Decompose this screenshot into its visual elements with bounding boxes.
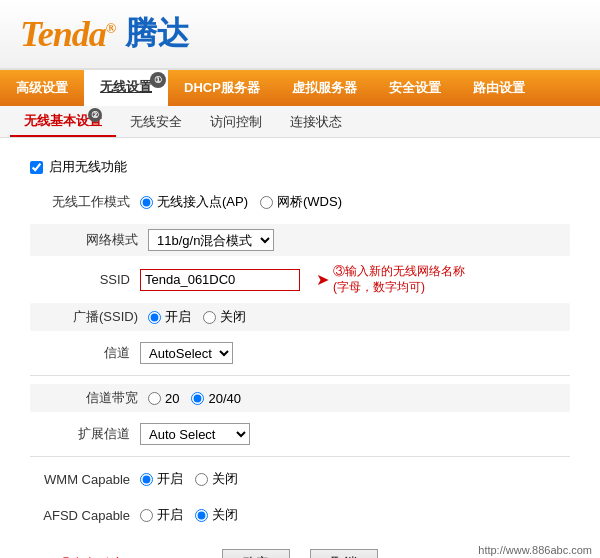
channel-bw-label: 信道带宽 (38, 389, 148, 407)
wmm-off-label[interactable]: 关闭 (195, 470, 238, 488)
content-area: 启用无线功能 无线工作模式 无线接入点(AP) 网桥(WDS) 网络模式 1 (0, 138, 600, 558)
network-mode-label: 网络模式 (38, 231, 148, 249)
ap-radio-label[interactable]: 无线接入点(AP) (140, 193, 248, 211)
header: Tenda® 腾达 (0, 0, 600, 70)
work-mode-row: 无线工作模式 无线接入点(AP) 网桥(WDS) (30, 188, 570, 216)
ext-channel-row: 扩展信道 Auto Select (30, 420, 570, 448)
afsd-label: AFSD Capable (30, 508, 140, 523)
nav-marker-1: ① (150, 72, 166, 88)
wds-radio[interactable] (260, 196, 273, 209)
nav-bar: 高级设置 无线设置 ① DHCP服务器 虚拟服务器 安全设置 路由设置 (0, 70, 600, 106)
channel-controls: AutoSelect (140, 342, 233, 364)
footer-url: http://www.886abc.com (478, 544, 592, 556)
logo-chinese: 腾达 (125, 12, 189, 56)
ext-channel-controls: Auto Select (140, 423, 250, 445)
nav-item-wireless[interactable]: 无线设置 ① (84, 70, 168, 106)
bw2040-radio[interactable] (191, 392, 204, 405)
enable-wireless-label[interactable]: 启用无线功能 (49, 158, 127, 176)
ext-channel-select[interactable]: Auto Select (140, 423, 250, 445)
wds-radio-label[interactable]: 网桥(WDS) (260, 193, 342, 211)
ssid-row: SSID ➤ ③输入新的无线网络名称(字母，数字均可) (30, 264, 570, 295)
channel-label: 信道 (30, 344, 140, 362)
ssid-input[interactable] (140, 269, 300, 291)
network-mode-controls: 11b/g/n混合模式 (148, 229, 274, 251)
wmm-off-radio[interactable] (195, 473, 208, 486)
afsd-on-label[interactable]: 开启 (140, 506, 183, 524)
broadcast-controls: 开启 关闭 (148, 308, 246, 326)
nav-item-security[interactable]: 安全设置 (373, 70, 457, 106)
ext-channel-label: 扩展信道 (30, 425, 140, 443)
wmm-controls: 开启 关闭 (140, 470, 238, 488)
ssid-controls: ➤ ③输入新的无线网络名称(字母，数字均可) (140, 264, 465, 295)
separator-2 (30, 456, 570, 457)
work-mode-controls: 无线接入点(AP) 网桥(WDS) (140, 193, 342, 211)
channel-bw-row: 信道带宽 20 20/40 (30, 384, 570, 412)
channel-row: 信道 AutoSelect (30, 339, 570, 367)
wmm-on-label[interactable]: 开启 (140, 470, 183, 488)
bw20-radio[interactable] (148, 392, 161, 405)
nav-item-virtual[interactable]: 虚拟服务器 (276, 70, 373, 106)
afsd-on-radio[interactable] (140, 509, 153, 522)
form-section: 启用无线功能 无线工作模式 无线接入点(AP) 网桥(WDS) 网络模式 1 (30, 158, 570, 558)
broadcast-on-label[interactable]: 开启 (148, 308, 191, 326)
enable-row: 启用无线功能 (30, 158, 570, 176)
confirm-button[interactable]: 确定 (222, 549, 290, 558)
broadcast-off-label[interactable]: 关闭 (203, 308, 246, 326)
broadcast-label: 广播(SSID) (38, 308, 148, 326)
bw2040-label[interactable]: 20/40 (191, 391, 241, 406)
wmm-on-radio[interactable] (140, 473, 153, 486)
broadcast-row: 广播(SSID) 开启 关闭 (30, 303, 570, 331)
ssid-label: SSID (30, 272, 140, 287)
ssid-annotation: ➤ ③输入新的无线网络名称(字母，数字均可) (316, 264, 465, 295)
subnav-basic[interactable]: 无线基本设置 ② (10, 106, 116, 137)
subnav-access[interactable]: 访问控制 (196, 106, 276, 137)
ssid-arrow: ➤ (316, 270, 329, 289)
logo-tenda: Tenda® (20, 13, 115, 55)
ssid-annotation-text: ③输入新的无线网络名称(字母，数字均可) (333, 264, 465, 295)
channel-bw-controls: 20 20/40 (148, 391, 241, 406)
channel-select[interactable]: AutoSelect (140, 342, 233, 364)
nav-item-route[interactable]: 路由设置 (457, 70, 541, 106)
broadcast-on-radio[interactable] (148, 311, 161, 324)
nav-item-advanced[interactable]: 高级设置 (0, 70, 84, 106)
bw20-label[interactable]: 20 (148, 391, 179, 406)
subnav-security[interactable]: 无线安全 (116, 106, 196, 137)
sub-nav: 无线基本设置 ② 无线安全 访问控制 连接状态 (0, 106, 600, 138)
network-mode-row: 网络模式 11b/g/n混合模式 (30, 224, 570, 256)
trademark: ® (106, 21, 115, 36)
bottom-annotation: ④点击"确定" ➤ (60, 554, 146, 558)
afsd-row: AFSD Capable 开启 关闭 (30, 501, 570, 529)
wmm-label: WMM Capable (30, 472, 140, 487)
afsd-off-radio[interactable] (195, 509, 208, 522)
network-mode-select[interactable]: 11b/g/n混合模式 (148, 229, 274, 251)
subnav-status[interactable]: 连接状态 (276, 106, 356, 137)
cancel-button[interactable]: 取消 (310, 549, 378, 558)
enable-wireless-checkbox[interactable] (30, 161, 43, 174)
wmm-row: WMM Capable 开启 关闭 (30, 465, 570, 493)
separator-1 (30, 375, 570, 376)
ap-radio[interactable] (140, 196, 153, 209)
nav-item-dhcp[interactable]: DHCP服务器 (168, 70, 276, 106)
afsd-controls: 开启 关闭 (140, 506, 238, 524)
afsd-off-label[interactable]: 关闭 (195, 506, 238, 524)
subnav-marker-2: ② (88, 108, 102, 122)
broadcast-off-radio[interactable] (203, 311, 216, 324)
work-mode-label: 无线工作模式 (30, 193, 140, 211)
bottom-arrow: ➤ (133, 554, 146, 558)
